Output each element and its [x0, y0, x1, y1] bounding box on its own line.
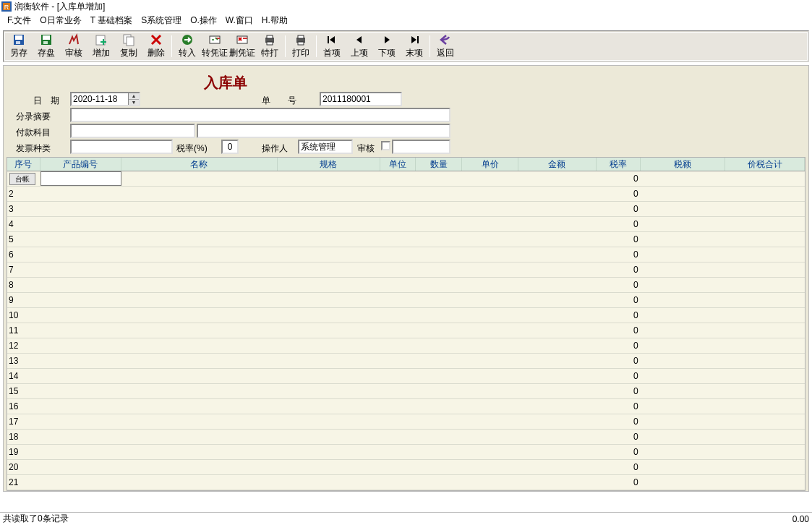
- cell-qty[interactable]: [416, 354, 462, 368]
- table-row[interactable]: 200: [7, 460, 805, 475]
- cell-seq[interactable]: 5: [7, 232, 40, 247]
- cell-tax[interactable]: [641, 338, 726, 353]
- cell-name[interactable]: [121, 475, 278, 490]
- cell-qty[interactable]: [416, 187, 462, 201]
- cell-amount[interactable]: [518, 369, 597, 383]
- toolbar-last[interactable]: 末项: [401, 33, 428, 60]
- cell-spec[interactable]: [278, 171, 380, 186]
- cell-spec[interactable]: [278, 338, 380, 353]
- cell-spec[interactable]: [278, 445, 380, 459]
- cell-tax[interactable]: [641, 278, 726, 292]
- cell-total[interactable]: [725, 323, 805, 338]
- cell-rate[interactable]: 0: [597, 399, 641, 414]
- cell-tax[interactable]: [641, 187, 726, 201]
- cell-tax[interactable]: [641, 202, 726, 216]
- cell-unit[interactable]: [380, 430, 416, 444]
- date-input[interactable]: ▲▼: [70, 92, 140, 106]
- cell-seq[interactable]: 6: [7, 247, 40, 262]
- cell-unit[interactable]: [380, 262, 416, 277]
- cell-price[interactable]: [462, 187, 518, 201]
- cell-name[interactable]: [121, 262, 278, 277]
- cell-rate[interactable]: 0: [597, 475, 641, 490]
- toolbar-back[interactable]: 返回: [432, 33, 459, 60]
- cell-unit[interactable]: [380, 247, 416, 262]
- toolbar-delete[interactable]: 删除: [142, 33, 170, 60]
- cell-rate[interactable]: 0: [597, 384, 641, 398]
- cell-amount[interactable]: [518, 262, 597, 277]
- cell-name[interactable]: [121, 369, 278, 383]
- cell-unit[interactable]: [380, 217, 416, 231]
- cell-qty[interactable]: [416, 430, 462, 444]
- cell-spec[interactable]: [278, 369, 380, 383]
- table-row[interactable]: 130: [7, 354, 805, 369]
- cell-code[interactable]: [40, 217, 121, 231]
- cell-total[interactable]: [725, 384, 805, 398]
- col-rate[interactable]: 税率: [597, 158, 641, 171]
- cell-seq[interactable]: 21: [7, 475, 40, 490]
- toolbar-audit[interactable]: 审核: [60, 33, 87, 60]
- cell-rate[interactable]: 0: [597, 171, 641, 186]
- pay-subject-b-input[interactable]: [197, 124, 450, 138]
- cell-seq[interactable]: 8: [7, 278, 40, 292]
- cell-tax[interactable]: [641, 384, 726, 398]
- cell-code[interactable]: [40, 171, 121, 186]
- cell-seq[interactable]: 15: [7, 384, 40, 398]
- cell-seq[interactable]: 2: [7, 187, 40, 201]
- cell-seq[interactable]: 18: [7, 430, 40, 444]
- cell-qty[interactable]: [416, 308, 462, 323]
- table-row[interactable]: 120: [7, 338, 805, 354]
- table-row[interactable]: 50: [7, 232, 805, 247]
- toolbar-save-as[interactable]: 另存: [5, 33, 33, 60]
- cell-amount[interactable]: [518, 475, 597, 490]
- cell-tax[interactable]: [641, 430, 726, 444]
- cell-code[interactable]: [40, 414, 121, 429]
- audit-checkbox[interactable]: [381, 141, 390, 150]
- cell-rate[interactable]: 0: [597, 414, 641, 429]
- cell-code[interactable]: [40, 323, 121, 338]
- cell-rate[interactable]: 0: [597, 338, 641, 353]
- cell-seq[interactable]: 11: [7, 323, 40, 338]
- cell-unit[interactable]: [380, 399, 416, 414]
- table-row[interactable]: 160: [7, 399, 805, 414]
- toolbar-copy[interactable]: 复制: [115, 33, 142, 60]
- cell-name[interactable]: [121, 202, 278, 216]
- cell-name[interactable]: [121, 338, 278, 353]
- date-field[interactable]: [72, 93, 128, 105]
- cell-unit[interactable]: [380, 308, 416, 323]
- cell-qty[interactable]: [416, 384, 462, 398]
- cell-name[interactable]: [121, 323, 278, 338]
- cell-qty[interactable]: [416, 323, 462, 338]
- audit-input[interactable]: [392, 140, 450, 154]
- cell-code[interactable]: [40, 232, 121, 247]
- toolbar-prev[interactable]: 上项: [346, 33, 373, 60]
- cell-price[interactable]: [462, 445, 518, 459]
- cell-code[interactable]: [40, 399, 121, 414]
- cell-total[interactable]: [725, 414, 805, 429]
- cell-amount[interactable]: [518, 399, 597, 414]
- table-row[interactable]: 150: [7, 384, 805, 399]
- table-row[interactable]: 20: [7, 187, 805, 202]
- cell-seq[interactable]: 7: [7, 262, 40, 277]
- cell-code[interactable]: [40, 384, 121, 398]
- menu-file[interactable]: F.文件: [7, 14, 31, 27]
- cell-name[interactable]: [121, 217, 278, 231]
- cell-total[interactable]: [725, 262, 805, 277]
- cell-total[interactable]: [725, 187, 805, 201]
- col-price[interactable]: 单价: [462, 158, 518, 171]
- cell-amount[interactable]: [518, 187, 597, 201]
- cell-seq[interactable]: 13: [7, 354, 40, 368]
- cell-qty[interactable]: [416, 217, 462, 231]
- col-total[interactable]: 价税合计: [725, 158, 805, 171]
- cell-price[interactable]: [462, 278, 518, 292]
- toolbar-print[interactable]: 打印: [287, 33, 315, 60]
- cell-name[interactable]: [121, 293, 278, 307]
- cell-amount[interactable]: [518, 430, 597, 444]
- cell-code[interactable]: [40, 262, 121, 277]
- cell-tax[interactable]: [641, 171, 726, 186]
- invoice-type-input[interactable]: [70, 140, 173, 154]
- cell-price[interactable]: [462, 414, 518, 429]
- cell-tax[interactable]: [641, 232, 726, 247]
- cell-rate[interactable]: 0: [597, 445, 641, 459]
- cell-name[interactable]: [121, 187, 278, 201]
- toolbar-next[interactable]: 下项: [373, 33, 401, 60]
